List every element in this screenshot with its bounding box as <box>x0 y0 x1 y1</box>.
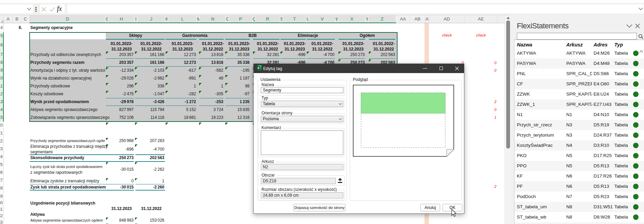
svg-text:X: X <box>257 66 259 70</box>
